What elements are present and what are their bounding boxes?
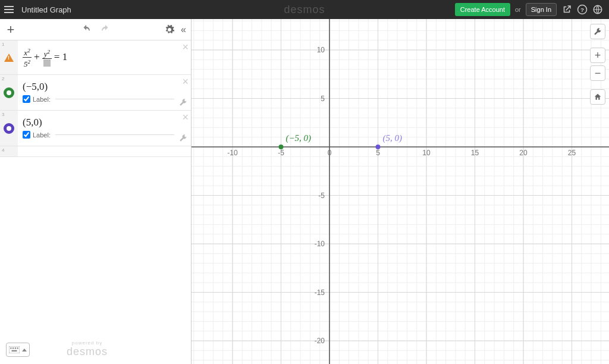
svg-text:?: ? (580, 7, 584, 13)
redo-icon[interactable] (100, 24, 111, 35)
svg-text:-5: -5 (318, 192, 325, 200)
svg-text:-20: -20 (315, 337, 325, 345)
warning-icon (4, 54, 14, 62)
svg-rect-7 (17, 347, 18, 349)
label-caption: Label: (33, 131, 51, 139)
svg-text:(5, 0): (5, 0) (383, 133, 403, 143)
wrench-icon[interactable] (179, 98, 187, 106)
svg-text:5: 5 (321, 95, 325, 103)
undo-icon[interactable] (81, 24, 92, 35)
or-label: or (515, 6, 521, 13)
label-row: Label: (23, 128, 174, 139)
header-right: Create Account or Sign In ? (455, 3, 609, 16)
svg-text:-15: -15 (315, 288, 325, 297)
expression-body[interactable]: (5,0) Label: (18, 111, 191, 146)
sign-in-button[interactable]: Sign In (526, 3, 557, 16)
expression-row-2[interactable]: 2 (−5,0) Label: × (0, 75, 191, 111)
point-coord: (−5,0) (23, 81, 174, 93)
row-index: 1 (0, 40, 6, 48)
gear-icon[interactable] (164, 24, 175, 35)
close-icon[interactable]: × (182, 77, 189, 86)
graph-settings-button[interactable] (590, 24, 605, 39)
home-button[interactable] (590, 89, 605, 105)
point-color-icon[interactable] (4, 87, 14, 98)
label-checkbox[interactable] (23, 131, 30, 139)
svg-text:20: 20 (519, 149, 528, 157)
share-icon[interactable] (561, 4, 572, 15)
svg-text:-10: -10 (227, 149, 238, 157)
graph-controls: + − (590, 24, 605, 105)
chevron-up-icon (22, 349, 27, 352)
point-coord: (5,0) (23, 117, 174, 128)
zoom-out-button[interactable]: − (590, 65, 605, 81)
svg-point-119 (279, 145, 284, 149)
menu-icon[interactable] (0, 0, 18, 19)
expression-row-3[interactable]: 3 (5,0) Label: × (0, 111, 191, 146)
top-bar: Untitled Graph desmos Create Account or … (0, 0, 609, 19)
label-checkbox[interactable] (23, 95, 30, 103)
row-index: 4 (0, 146, 6, 154)
brand-logo: desmos (284, 4, 325, 16)
powered-by-label: powered by desmos (67, 340, 108, 358)
graph-pane[interactable]: -10-50510152025105-5-10-15-20(−5, 0)(5, … (192, 19, 609, 364)
row-index: 3 (0, 111, 6, 118)
svg-point-121 (376, 145, 381, 149)
close-icon[interactable]: × (182, 43, 189, 51)
expression-body[interactable]: x2 52 + y2 = 1 (18, 40, 191, 74)
create-account-button[interactable]: Create Account (455, 3, 510, 16)
svg-text:-5: -5 (278, 149, 284, 157)
graph-canvas[interactable]: -10-50510152025105-5-10-15-20(−5, 0)(5, … (192, 19, 609, 364)
expression-rows: 1 x2 52 + y2 = 1 × 2 ( (0, 40, 191, 157)
row-index: 2 (0, 75, 6, 83)
svg-text:10: 10 (317, 46, 325, 54)
expression-body[interactable]: (−5,0) Label: (18, 75, 191, 110)
collapse-panel-icon[interactable]: « (181, 24, 186, 35)
keyboard-toggle[interactable] (6, 343, 30, 357)
label-row: Label: (23, 93, 174, 103)
add-expression-button[interactable]: + (5, 22, 17, 37)
svg-text:15: 15 (471, 149, 479, 157)
help-icon[interactable]: ? (577, 4, 588, 15)
expression-row-1[interactable]: 1 x2 52 + y2 = 1 × (0, 40, 191, 75)
svg-rect-8 (12, 350, 17, 352)
graph-title[interactable]: Untitled Graph (21, 5, 71, 14)
wrench-icon[interactable] (179, 134, 187, 142)
empty-denominator-placeholder[interactable] (43, 59, 51, 67)
svg-rect-3 (9, 346, 20, 353)
expression-row-4[interactable]: 4 (0, 146, 191, 157)
point-color-icon[interactable] (4, 123, 14, 134)
label-caption: Label: (33, 96, 51, 103)
svg-rect-4 (10, 347, 11, 349)
svg-text:25: 25 (568, 149, 576, 157)
svg-text:(−5, 0): (−5, 0) (286, 133, 312, 143)
svg-text:10: 10 (422, 149, 431, 157)
expression-panel: + « 1 x2 52 + y2 = 1 (0, 19, 192, 364)
svg-text:-10: -10 (315, 240, 325, 248)
svg-text:0: 0 (328, 149, 332, 157)
keyboard-icon (9, 346, 20, 353)
panel-toolbar: + « (0, 19, 191, 40)
svg-rect-5 (12, 347, 14, 349)
close-icon[interactable]: × (182, 113, 189, 121)
svg-rect-6 (15, 347, 16, 349)
zoom-in-button[interactable]: + (590, 48, 605, 63)
language-icon[interactable] (592, 4, 603, 15)
svg-text:5: 5 (376, 149, 380, 157)
